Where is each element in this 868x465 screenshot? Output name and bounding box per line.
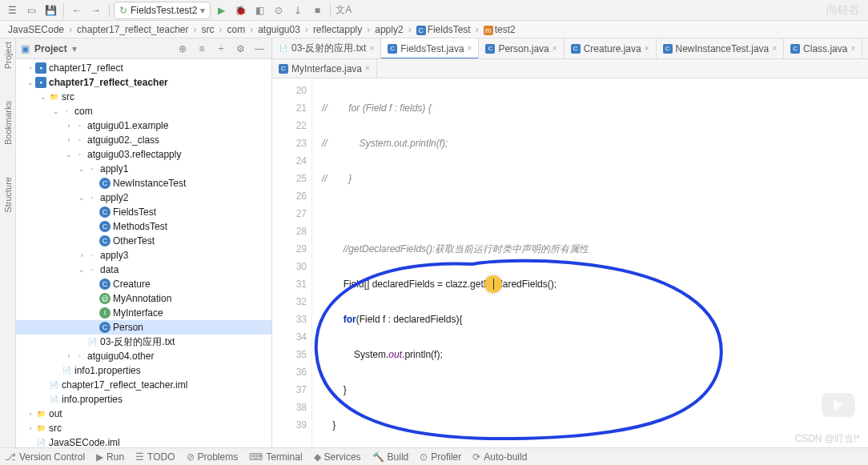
bc-item[interactable]: src (198, 24, 217, 35)
tree-src[interactable]: ›📁src (16, 421, 271, 435)
run-tab[interactable]: ▶Run (96, 451, 124, 463)
project-panel-title: Project (34, 43, 67, 54)
settings-icon[interactable]: ⚙ (233, 43, 247, 54)
close-icon[interactable]: × (772, 44, 777, 53)
tree-pkg[interactable]: ›▫atguigu01.example (16, 118, 271, 133)
profile-icon[interactable]: ⊙ (270, 2, 287, 19)
tree-class-selected[interactable]: CPerson (16, 320, 271, 335)
coverage-icon[interactable]: ◧ (251, 2, 268, 19)
autobuild-tab[interactable]: ⟳Auto-build (472, 451, 527, 463)
project-panel-header: ▣ Project ▾ ⊕ ≡ ÷ ⚙ — (16, 38, 271, 59)
expand-icon[interactable]: ≡ (195, 43, 209, 54)
bc-item[interactable]: mtest2 (480, 24, 519, 35)
attach-icon[interactable]: ⤓ (289, 2, 307, 19)
todo-tab[interactable]: ☰TODO (135, 451, 175, 463)
tree-file[interactable]: 📄03-反射的应用.txt (16, 335, 271, 349)
project-icon: ▣ (21, 43, 30, 54)
editor-tab[interactable]: CMyInterface.java× (272, 59, 377, 78)
tree-pkg[interactable]: ⌄▫data (16, 263, 271, 277)
problems-tab[interactable]: ⊘Problems (187, 451, 239, 463)
tree-pkg[interactable]: ›▫apply3 (16, 248, 271, 263)
version-control-tab[interactable]: ⎇Version Control (5, 451, 85, 463)
bc-item[interactable]: atguigu03 (255, 24, 303, 35)
forward-icon[interactable]: → (87, 2, 105, 19)
tree-class[interactable]: CFieldsTest (16, 205, 271, 219)
tree-file[interactable]: 📄info1.properties (16, 363, 271, 378)
editor-tab-active[interactable]: CFieldsTest.java× (381, 38, 479, 58)
tree-pkg[interactable]: ›▫atguigu02._class (16, 133, 271, 147)
toolwindow-structure[interactable]: Structure (3, 177, 13, 213)
bc-item[interactable]: CFieldsTest (413, 24, 474, 35)
tree-class[interactable]: CMethodsTest (16, 219, 271, 234)
tree-pkg[interactable]: ›▫atguigu04.other (16, 349, 271, 363)
translate-icon[interactable]: 文A (335, 2, 352, 19)
tree-class[interactable]: CNewInstanceTest (16, 176, 271, 190)
bc-item[interactable]: chapter17_reflect_teacher (74, 24, 191, 35)
editor-area: 📄03-反射的应用.txt× CFieldsTest.java× CPerson… (272, 38, 868, 447)
tree-file[interactable]: 📄chapter17_reflect_teacher.iml (16, 378, 271, 392)
tree-src[interactable]: ⌄📁src (16, 90, 271, 104)
main-toolbar: ☰ ▭ 💾 ← → ↻ FieldsTest.test2 ▾ ▶ 🐞 ◧ ⊙ ⤓… (0, 0, 868, 21)
tree-module[interactable]: ›▪chapter17_reflect (16, 61, 271, 75)
run-config-label: FieldsTest.test2 (131, 5, 197, 16)
editor-tabs-row1: 📄03-反射的应用.txt× CFieldsTest.java× CPerson… (272, 38, 868, 59)
open-icon[interactable]: ▭ (22, 2, 40, 19)
code-editor[interactable]: 20 21 22 23 24 25 26 27 28 29 30 31 32 3… (272, 78, 868, 447)
close-icon[interactable]: × (468, 44, 472, 53)
profiler-tab[interactable]: ⊙Profiler (420, 451, 461, 463)
collapse-icon[interactable]: ÷ (214, 43, 228, 54)
code-content[interactable]: // for (Field f : fields) { // System.ou… (312, 78, 868, 447)
bc-item[interactable]: JavaSECode (5, 24, 67, 35)
editor-tab[interactable]: CCreature.java× (565, 38, 657, 58)
tree-pkg[interactable]: ⌄▫apply2 (16, 190, 271, 205)
chevron-down-icon[interactable]: ▾ (72, 43, 77, 54)
tree-file[interactable]: 📄JavaSECode.iml (16, 435, 271, 447)
save-icon[interactable]: 💾 (42, 2, 59, 19)
tree-file[interactable]: 📄info.properties (16, 392, 271, 407)
tree-pkg[interactable]: ⌄▫com (16, 104, 271, 118)
editor-tabs-row2: CMyInterface.java× (272, 59, 868, 78)
project-panel: ▣ Project ▾ ⊕ ≡ ÷ ⚙ — ›▪chapter17_reflec… (16, 38, 272, 447)
hide-icon[interactable]: — (252, 43, 267, 54)
breadcrumb: JavaSECode› chapter17_reflect_teacher› s… (0, 21, 868, 38)
close-icon[interactable]: × (369, 44, 374, 53)
run-config-icon: ↻ (119, 5, 127, 16)
bc-item[interactable]: com (223, 24, 248, 35)
select-opened-icon[interactable]: ⊕ (175, 43, 190, 54)
close-icon[interactable]: × (850, 44, 855, 53)
editor-tab[interactable]: CNewInstanceTest.java× (657, 38, 785, 58)
run-config-selector[interactable]: ↻ FieldsTest.test2 ▾ (114, 2, 211, 19)
tree-class[interactable]: CCreature (16, 277, 271, 291)
menu-icon[interactable]: ☰ (3, 2, 21, 19)
tree-pkg[interactable]: ⌄▫atguigu03.reflectapply (16, 147, 271, 162)
editor-tab[interactable]: 📄03-反射的应用.txt× (272, 38, 381, 58)
debug-icon[interactable]: 🐞 (231, 2, 249, 19)
bc-item[interactable]: apply2 (372, 24, 406, 35)
tree-pkg[interactable]: ⌄▫apply1 (16, 162, 271, 176)
run-icon[interactable]: ▶ (212, 2, 230, 19)
close-icon[interactable]: × (365, 64, 370, 73)
line-gutter[interactable]: 20 21 22 23 24 25 26 27 28 29 30 31 32 3… (272, 78, 312, 447)
tree-interface[interactable]: IMyInterface (16, 306, 271, 320)
bc-item[interactable]: reflectapply (310, 24, 365, 35)
chevron-down-icon: ▾ (200, 5, 205, 16)
back-icon[interactable]: ← (68, 2, 86, 19)
editor-tab[interactable]: CPerson.java× (479, 38, 564, 58)
tree-module[interactable]: ⌄▪chapter17_reflect_teacher (16, 75, 271, 90)
tree-class[interactable]: COtherTest (16, 234, 271, 248)
terminal-tab[interactable]: ⌨Terminal (249, 451, 302, 463)
build-tab[interactable]: 🔨Build (372, 451, 409, 463)
project-tree[interactable]: ›▪chapter17_reflect ⌄▪chapter17_reflect_… (16, 59, 271, 447)
toolwindow-project[interactable]: Project (3, 42, 13, 69)
tree-annotation[interactable]: @MyAnnotation (16, 291, 271, 306)
close-icon[interactable]: × (645, 44, 649, 53)
services-tab[interactable]: ◆Services (314, 451, 361, 463)
toolwindow-bookmarks[interactable]: Bookmarks (3, 101, 13, 145)
bottom-toolbar: ⎇Version Control ▶Run ☰TODO ⊘Problems ⌨T… (0, 447, 868, 465)
left-tool-tabs: Project Bookmarks Structure (0, 38, 16, 447)
stop-icon[interactable]: ■ (308, 2, 326, 19)
tree-out[interactable]: ›📁out (16, 407, 271, 421)
editor-tab[interactable]: CClass.java× (784, 38, 862, 58)
close-icon[interactable]: × (553, 44, 557, 53)
